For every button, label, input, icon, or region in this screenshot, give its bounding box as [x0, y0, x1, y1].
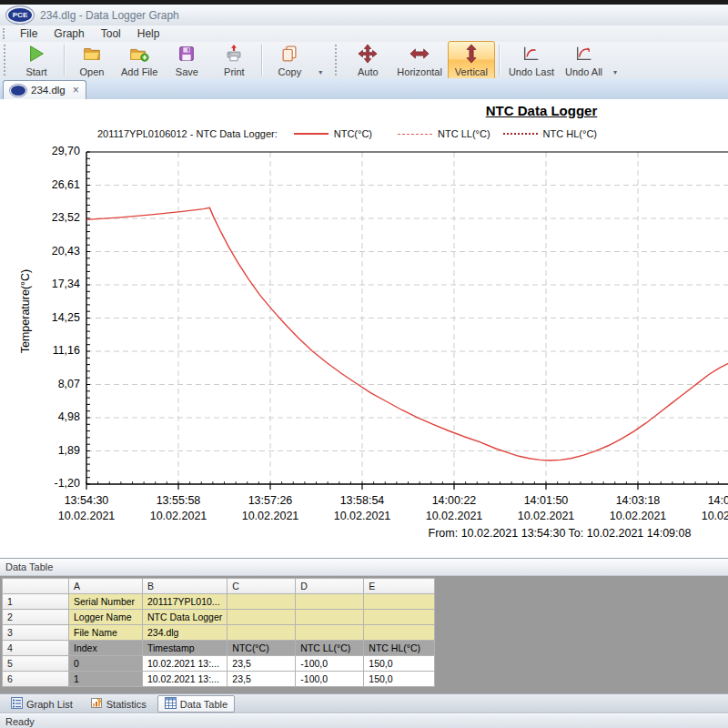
start-button[interactable]: Start [13, 41, 60, 80]
data-table-panel-header[interactable]: Data Table [0, 558, 728, 576]
tab-data-table[interactable]: Data Table [157, 695, 235, 713]
data-table-panel: ABCDE1Serial Number201117YPL010...2Logge… [0, 576, 728, 693]
grid-row-header[interactable]: 1 [3, 594, 69, 610]
undo-last-label: Undo Last [509, 66, 554, 77]
statistics-label: Statistics [106, 699, 147, 710]
grid-column-header[interactable]: D [296, 579, 364, 594]
grid-cell[interactable]: NTC LL(°C) [296, 641, 364, 656]
title-bar[interactable]: PCE 234.dlg - Data Logger Graph [0, 5, 728, 26]
y-tick-label: 29,70 [33, 145, 80, 157]
document-tab-234dlg[interactable]: 234.dlg × [3, 80, 86, 99]
y-tick-label: 14,25 [33, 311, 80, 324]
grid-column-header[interactable]: C [228, 579, 296, 594]
start-icon [26, 44, 46, 66]
grid-cell[interactable] [296, 594, 364, 610]
grid-column-header[interactable]: B [143, 579, 228, 594]
grid-cell[interactable] [228, 594, 296, 610]
print-button[interactable]: Print [210, 41, 258, 80]
grid-row-header[interactable]: 5 [3, 656, 69, 672]
x-tick-date-label: 10.02.2021 [508, 510, 584, 522]
data-table-grid[interactable]: ABCDE1Serial Number201117YPL010...2Logge… [2, 578, 435, 687]
menu-tool[interactable]: Tool [93, 26, 129, 41]
toolbar2-grip-handle[interactable] [335, 45, 339, 76]
tab-close-icon[interactable]: × [73, 86, 79, 95]
grid-cell[interactable] [296, 625, 364, 641]
undo-all-button[interactable]: Undo All [560, 41, 608, 80]
x-tick-date-label: 10.02.2021 [232, 510, 308, 522]
tab-graph-list[interactable]: Graph List [4, 695, 80, 713]
menu-graph[interactable]: Graph [46, 26, 92, 41]
grid-column-header[interactable]: A [69, 579, 143, 594]
grid-cell[interactable] [364, 610, 435, 625]
grid-cell[interactable]: 23,5 [228, 672, 296, 687]
grid-cell[interactable] [364, 625, 435, 641]
grid-corner-cell[interactable] [3, 579, 69, 594]
time-range-note: From: 10.02.2021 13:54:30 To: 10.02.2021… [382, 527, 728, 540]
grid-cell[interactable] [364, 594, 435, 610]
grid-cell[interactable]: NTC HL(°C) [364, 641, 435, 656]
pce-logo-icon: PCE [6, 6, 34, 24]
grid-cell[interactable]: 10.02.2021 13:... [143, 656, 228, 672]
x-tick-time-label: 14:01:50 [508, 494, 584, 507]
toolbar-separator [499, 45, 500, 76]
horizontal-zoom-button[interactable]: Horizontal [391, 41, 448, 80]
graph-list-icon [11, 697, 26, 711]
grid-cell[interactable]: Serial Number [69, 594, 143, 610]
x-tick-time-label: 14:03:18 [600, 494, 676, 507]
grid-cell[interactable] [296, 610, 364, 625]
horizontal-label: Horizontal [397, 66, 442, 77]
tab-label: 234.dlg [31, 85, 66, 96]
save-label: Save [176, 66, 198, 77]
toolbar-separator [64, 45, 65, 76]
vertical-zoom-button[interactable]: Vertical [448, 41, 495, 80]
toolbar1-overflow-button[interactable]: ▾ [315, 42, 326, 79]
grid-cell[interactable]: 0 [69, 656, 143, 672]
grid-cell[interactable]: File Name [69, 625, 143, 641]
table-row: 5010.02.2021 13:...23,5-100,0150,0 [3, 656, 435, 672]
grid-cell[interactable] [228, 625, 296, 641]
grid-row-header[interactable]: 2 [3, 610, 69, 625]
grid-cell[interactable]: 150,0 [364, 656, 435, 672]
grid-cell[interactable] [228, 610, 296, 625]
grid-column-header[interactable]: E [364, 579, 435, 594]
data-table-icon [165, 697, 180, 711]
toolbar2-overflow-button[interactable]: ▾ [610, 42, 621, 79]
table-row: 4IndexTimestampNTC(°C)NTC LL(°C)NTC HL(°… [3, 641, 435, 656]
table-row: 6110.02.2021 13:...23,5-100,0150,0 [3, 672, 435, 687]
grid-cell[interactable]: NTC Data Logger [143, 610, 228, 625]
grid-cell[interactable]: 1 [69, 672, 143, 687]
open-button[interactable]: Open [68, 41, 116, 80]
undo-last-button[interactable]: Undo Last [503, 41, 560, 80]
grid-cell[interactable]: 201117YPL010... [143, 594, 228, 610]
grid-row-header[interactable]: 3 [3, 625, 69, 641]
y-tick-label: 23,52 [33, 211, 80, 224]
copy-label: Copy [278, 66, 302, 77]
save-button[interactable]: Save [163, 41, 210, 80]
graph-list-label: Graph List [26, 699, 73, 710]
copy-button[interactable]: Copy [266, 41, 313, 80]
grid-cell[interactable]: 10.02.2021 13:... [143, 672, 228, 687]
grid-cell[interactable]: Timestamp [143, 641, 228, 656]
grid-cell[interactable]: -100,0 [296, 672, 364, 687]
grid-cell[interactable]: -100,0 [296, 656, 364, 672]
menubar-grip-handle[interactable] [3, 28, 7, 39]
grid-row-header[interactable]: 4 [3, 641, 69, 656]
grid-cell[interactable]: 150,0 [364, 672, 435, 687]
y-tick-label: 11,16 [33, 344, 80, 357]
menu-file[interactable]: File [12, 26, 46, 41]
x-tick-time-label: 14:00:22 [416, 494, 492, 507]
tab-statistics[interactable]: Statistics [84, 695, 154, 713]
horizontal-arrows-icon [410, 44, 430, 66]
auto-zoom-button[interactable]: Auto [344, 41, 391, 80]
grid-cell[interactable]: Logger Name [69, 610, 143, 625]
window-title: 234.dlg - Data Logger Graph [40, 9, 179, 22]
grid-row-header[interactable]: 6 [3, 672, 69, 687]
grid-cell[interactable]: Index [69, 641, 143, 656]
toolbar-separator [261, 45, 262, 76]
grid-cell[interactable]: 23,5 [228, 656, 296, 672]
toolbar1-grip-handle[interactable] [4, 45, 8, 76]
grid-cell[interactable]: NTC(°C) [228, 641, 296, 656]
menu-help[interactable]: Help [129, 26, 168, 41]
grid-cell[interactable]: 234.dlg [143, 625, 228, 641]
add-file-button[interactable]: Add File [116, 41, 163, 80]
